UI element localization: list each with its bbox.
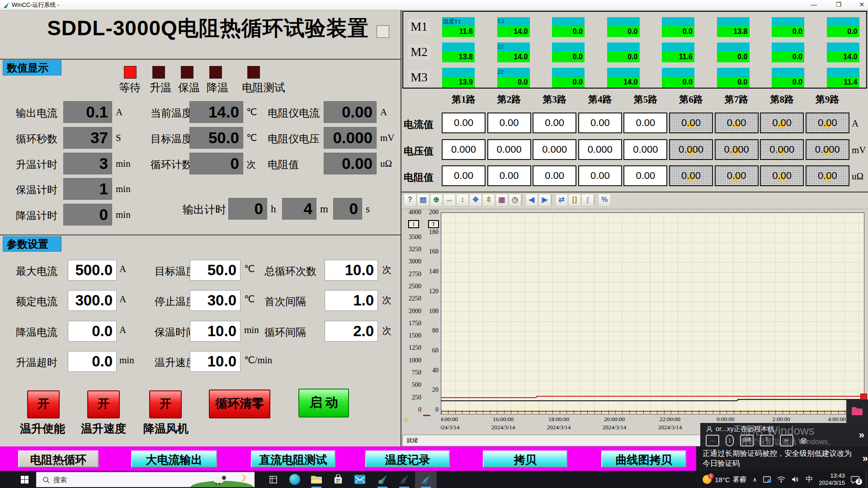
table-cell-value: 0.000 xyxy=(542,144,567,155)
remote-folder-icon[interactable]: ▱ xyxy=(780,435,793,446)
notification-center-button[interactable]: 2 xyxy=(851,476,859,483)
y-tick-current-2500: 2500 xyxy=(402,283,421,290)
search-placeholder: 搜索 xyxy=(53,476,67,484)
tray-chevron-up-icon[interactable]: ∧ xyxy=(753,476,757,483)
monitor-cell-value: 14.0 xyxy=(497,26,530,37)
y-scale-icon[interactable]: ⇕ xyxy=(482,194,495,206)
percent-icon[interactable]: % xyxy=(598,194,611,206)
nav-button-2[interactable]: 大电流输出 xyxy=(131,450,217,467)
param-input-col3-3[interactable]: 2.0 xyxy=(325,321,378,342)
monitor-cell-top xyxy=(552,68,585,77)
param-label-col1-2: 额定电流 xyxy=(16,295,57,309)
taskbar-store-button[interactable] xyxy=(327,471,349,488)
monitor-cell-M1-8: 0.0 xyxy=(827,17,859,37)
monitor-cell-M2-6: 0.0 xyxy=(717,42,750,62)
tray-clock[interactable]: 13:43 2024/3/15 xyxy=(819,472,845,487)
tray-ime-indicator[interactable]: 中 xyxy=(806,475,813,484)
monitor-cell-value: 0.0 xyxy=(827,26,859,37)
security-expand-chevron[interactable]: » xyxy=(863,453,868,465)
taskbar-mail-button[interactable] xyxy=(349,471,371,488)
taskbar-wincc-runtime-button[interactable] xyxy=(415,471,437,488)
remote-mic-icon[interactable]: ꞁ xyxy=(726,435,734,446)
remote-chat-icon[interactable]: … xyxy=(706,435,719,446)
table-col-header-1: 第1路 xyxy=(442,93,486,106)
taskbar-edge-button[interactable] xyxy=(284,471,306,488)
tray-wifi-icon[interactable] xyxy=(777,476,785,483)
monitor-cell-value: 0.0 xyxy=(552,77,585,88)
tray-weather-text[interactable]: 雾霾 xyxy=(733,475,746,484)
tray-volume-icon[interactable] xyxy=(792,476,799,483)
monitor-cell-top xyxy=(772,42,804,52)
scroll-left-icon[interactable]: ◀ xyxy=(525,194,538,206)
title-cursor-box xyxy=(377,25,389,38)
nav-button-3[interactable]: 直流电阻测试 xyxy=(251,450,335,467)
series-segment-temperature-black xyxy=(441,400,737,401)
param-input-col3-2[interactable]: 1.0 xyxy=(325,290,378,311)
axis-box-temperature[interactable]: T xyxy=(428,220,439,228)
search-input[interactable]: 搜索 xyxy=(36,472,255,487)
remote-keyboard-icon[interactable]: ⌨ xyxy=(740,435,754,446)
properties-icon[interactable]: ▤ xyxy=(417,194,429,206)
tray-temperature[interactable]: 18°C xyxy=(715,476,730,483)
monitor-cell-value: 0.0 xyxy=(772,52,804,62)
remote-close-icon[interactable]: ⊗ xyxy=(800,435,807,446)
tray-cast-icon[interactable] xyxy=(763,476,771,483)
display-label-col2-1: 当前温度 xyxy=(151,106,192,120)
search-icon xyxy=(42,476,50,483)
monitor-cell-top xyxy=(717,42,750,52)
zoom-area-icon[interactable]: ▦ xyxy=(495,194,508,206)
display-label-col1-4: 保温计时 xyxy=(16,183,57,197)
param-input-col2-2[interactable]: 30.0 xyxy=(190,290,241,311)
show-desktop-button[interactable] xyxy=(866,471,868,488)
help-icon[interactable]: ? xyxy=(404,194,416,206)
display-label-col1-5: 降温计时 xyxy=(16,209,57,223)
minimize-button[interactable]: — xyxy=(804,0,824,9)
pan-icon[interactable]: ✥ xyxy=(469,194,482,206)
zoom-horizontal-icon[interactable]: ↔ xyxy=(443,194,456,206)
restore-button[interactable]: ❐ xyxy=(829,0,849,9)
monitor-cell-M2-3: 0.0 xyxy=(552,42,585,62)
param-input-col1-4[interactable]: 0.0 xyxy=(68,351,117,372)
monitor-cell-M2-7: 0.0 xyxy=(772,42,804,62)
table-cell-value: 0.00 xyxy=(818,117,837,128)
nav-button-6[interactable]: 曲线图拷贝 xyxy=(601,450,686,467)
taskbar-wincc-editor-button[interactable] xyxy=(393,471,415,488)
time-range-icon[interactable]: ◷ xyxy=(509,194,521,206)
nav-button-1[interactable]: 电阻热循环 xyxy=(18,450,99,467)
switch-label-2: 温升速度 xyxy=(81,421,126,436)
search-highlight-art[interactable] xyxy=(190,474,254,487)
axis-box-current[interactable]: I xyxy=(408,220,419,228)
remote-text-icon[interactable]: T xyxy=(760,435,774,446)
param-input-col2-1[interactable]: 50.0 xyxy=(190,260,241,281)
curve-select-icon[interactable]: ⇄ xyxy=(555,194,568,206)
cycle-clear-button[interactable]: 循环清零 xyxy=(209,389,270,418)
param-input-col2-3[interactable]: 10.0 xyxy=(190,321,241,342)
scroll-right-icon[interactable]: ▶ xyxy=(538,194,551,206)
param-input-col1-3[interactable]: 0.0 xyxy=(68,321,117,342)
param-input-col2-4[interactable]: 10.0 xyxy=(190,351,241,372)
table-cell-value: 0.000 xyxy=(769,144,794,155)
remote-folder-popup[interactable] xyxy=(846,399,868,423)
monitor-cell-value: 14.0 xyxy=(497,52,530,62)
taskbar-wincc-explorer-button[interactable] xyxy=(372,471,393,488)
nav-button-4[interactable]: 温度记录 xyxy=(365,450,450,467)
statistics-icon[interactable]: ∫ xyxy=(581,194,594,206)
start-button[interactable]: 启 动 xyxy=(298,389,349,418)
start-button[interactable] xyxy=(14,471,35,488)
switch-button-3[interactable]: 开 xyxy=(149,390,182,418)
switch-button-2[interactable]: 开 xyxy=(87,390,120,418)
task-view-button[interactable] xyxy=(262,471,284,488)
zoom-in-icon[interactable]: ⊕ xyxy=(430,194,443,206)
param-input-col1-1[interactable]: 500.0 xyxy=(68,260,117,281)
param-input-col1-2[interactable]: 300.0 xyxy=(68,290,117,311)
zoom-vertical-icon[interactable]: ↕ xyxy=(456,194,469,206)
range-brackets-icon[interactable]: [] xyxy=(568,194,581,206)
param-input-col3-1[interactable]: 10.0 xyxy=(325,260,378,281)
nav-button-5[interactable]: 拷贝 xyxy=(483,450,567,467)
taskbar-explorer-button[interactable] xyxy=(306,471,327,488)
switch-button-1[interactable]: 开 xyxy=(27,390,60,418)
close-button[interactable]: ✕ xyxy=(852,0,868,9)
monitor-cell-M1-1: 11.6温度T1 xyxy=(442,17,475,37)
weather-icon[interactable]: 1 xyxy=(703,475,712,484)
remote-expand-chevron[interactable]: » xyxy=(859,429,864,441)
